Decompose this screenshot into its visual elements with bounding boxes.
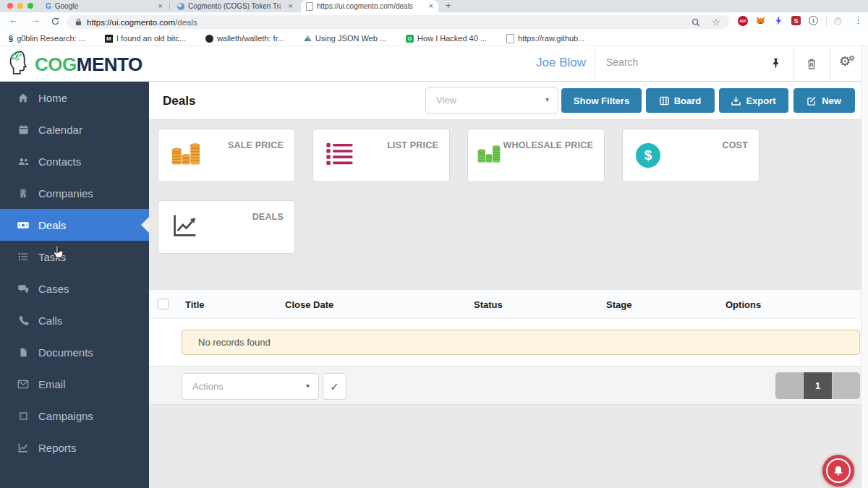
toolbar-divider (826, 17, 827, 26)
user-menu[interactable]: Joe Blow (499, 56, 586, 70)
refresh-icon[interactable] (51, 17, 60, 26)
sidebar-item-documents[interactable]: Documents (0, 336, 149, 368)
goblin-favicon-icon: § (9, 34, 13, 43)
brand-text: COGMENTO (35, 55, 142, 74)
comments-icon (16, 283, 30, 294)
sidebar-item-companies[interactable]: Companies (0, 177, 149, 209)
search-zoom-icon[interactable] (692, 18, 700, 27)
url-omnibox[interactable]: https://ui.cogmento.com/deals ☆ (67, 15, 729, 29)
export-button[interactable]: Export (719, 88, 788, 113)
cogmento-logo[interactable]: COGMENTO (4, 49, 142, 79)
notification-bell-button[interactable] (822, 455, 854, 487)
sidebar-item-email[interactable]: Email (0, 368, 149, 400)
apply-action-button[interactable]: ✓ (323, 373, 346, 400)
calendar-icon (16, 124, 30, 135)
select-all-checkbox[interactable] (158, 299, 169, 309)
back-icon[interactable]: ← (9, 15, 18, 25)
tab-title: Cogmento (COGS) Token Trac (188, 2, 281, 10)
page-scrollbar[interactable] (861, 46, 868, 488)
sidebar-item-calls[interactable]: Calls (0, 304, 149, 336)
hand-extension-icon[interactable] (833, 16, 843, 25)
bookmark-json-web[interactable]: Using JSON Web ... (304, 34, 386, 43)
view-dropdown[interactable]: View ▾ (425, 87, 558, 114)
traffic-light-minimize[interactable] (17, 3, 23, 9)
browser-tab-strip: G Google × Cogmento (COGS) Token Trac × … (0, 0, 868, 12)
adblock-extension-icon[interactable]: ABP (738, 16, 748, 26)
green-favicon-icon (406, 35, 414, 43)
sidebar-item-cases[interactable]: Cases (0, 273, 149, 304)
settings-gears-icon[interactable]: ⚙⚙ (839, 55, 855, 68)
sidebar-item-calendar[interactable]: Calendar (0, 114, 149, 145)
pagination-current-page[interactable]: 1 (804, 372, 831, 399)
browser-menu-icon[interactable]: ⋮ (854, 14, 863, 25)
bookmark-goblin[interactable]: § g0blin Research: ... (9, 34, 85, 43)
head-gears-logo-icon (4, 49, 33, 79)
s-extension-icon[interactable]: S (791, 16, 801, 25)
stat-card-list-price[interactable]: LIST PRICE (312, 129, 450, 182)
document-favicon-icon (306, 2, 313, 11)
tab-cogmento-token[interactable]: Cogmento (COGS) Token Trac × (172, 0, 298, 12)
bell-icon (833, 465, 844, 476)
page-header: Deals View ▾ Show Filters Board (149, 82, 861, 120)
sidebar-item-reports[interactable]: Reports (0, 432, 149, 463)
tab-close-icon[interactable]: × (158, 2, 163, 10)
bolt-extension-icon[interactable] (775, 16, 782, 25)
trash-icon[interactable] (807, 58, 817, 69)
stat-card-cost[interactable]: $ COST (622, 129, 760, 182)
bookmark-medium[interactable]: M I found an old bitc... (105, 34, 186, 43)
column-options[interactable]: Options (726, 299, 761, 310)
pagination: 1 (775, 372, 860, 399)
info-extension-icon[interactable]: ! (809, 16, 818, 25)
stat-card-sale-price[interactable]: SALE PRICE (158, 129, 295, 182)
bookmark-raw-github[interactable]: https://raw.github... (506, 34, 584, 43)
column-close-date[interactable]: Close Date (285, 299, 333, 310)
column-stage[interactable]: Stage (606, 299, 631, 310)
show-filters-button[interactable]: Show Filters (561, 88, 642, 113)
app-header: COGMENTO Joe Blow ⚙⚙ (0, 46, 868, 82)
new-tab-button[interactable]: + (446, 0, 451, 11)
traffic-light-zoom[interactable] (27, 3, 33, 9)
page-title: Deals (163, 94, 195, 108)
header-divider (793, 46, 794, 81)
pagination-next-button[interactable] (832, 372, 860, 399)
actions-dropdown[interactable]: Actions ▾ (182, 373, 319, 400)
column-status[interactable]: Status (474, 299, 503, 310)
new-button[interactable]: New (793, 88, 855, 113)
forward-icon[interactable]: → (30, 15, 40, 25)
sidebar-item-contacts[interactable]: Contacts (0, 145, 149, 177)
padlock-icon (75, 18, 82, 26)
sidebar-nav: Home Calendar Contacts Companies Deals T… (0, 82, 149, 488)
bookmark-github-walleth[interactable]: walleth/walleth: fr... (205, 34, 284, 43)
pin-icon[interactable] (771, 58, 780, 69)
sidebar-item-tasks[interactable]: Tasks (0, 241, 149, 273)
traffic-light-close[interactable] (7, 3, 13, 9)
sidebar-item-campaigns[interactable]: Campaigns (0, 400, 149, 432)
envelope-icon (16, 380, 30, 389)
pagination-prev-button[interactable] (775, 372, 804, 399)
column-title[interactable]: Title (185, 299, 205, 310)
mouse-cursor-pointer (53, 245, 64, 259)
tab-google[interactable]: G Google × (41, 0, 168, 12)
tab-cogmento-deals-active[interactable]: https://ui.cogmento.com/deals × (301, 0, 438, 12)
page-favicon-icon (506, 34, 514, 43)
chevron-down-icon: ▾ (306, 382, 310, 390)
tab-close-icon[interactable]: × (289, 2, 293, 10)
stat-card-deals[interactable]: DEALS (158, 200, 295, 254)
bookmark-hacked40[interactable]: How I Hacked 40 ... (406, 34, 487, 43)
tab-title: Google (55, 2, 78, 10)
tab-title: https://ui.cogmento.com/deals (317, 2, 413, 10)
board-button[interactable]: Board (646, 88, 715, 113)
metamask-extension-icon[interactable] (756, 16, 765, 25)
bookmarks-bar: § g0blin Research: ... M I found an old … (0, 31, 868, 46)
tab-separator (169, 3, 170, 9)
list-icon (326, 142, 353, 168)
tab-close-icon[interactable]: × (429, 2, 433, 10)
bookmark-star-icon[interactable]: ☆ (712, 17, 720, 27)
stat-card-wholesale-price[interactable]: WHOLESALE PRICE (467, 129, 605, 182)
sidebar-item-deals[interactable]: Deals (0, 209, 149, 241)
global-search-input[interactable] (605, 56, 745, 69)
money-bill-icon (16, 220, 30, 231)
sidebar-item-home[interactable]: Home (0, 82, 149, 114)
github-favicon-icon (205, 35, 213, 43)
table-body: No records found (149, 319, 861, 366)
